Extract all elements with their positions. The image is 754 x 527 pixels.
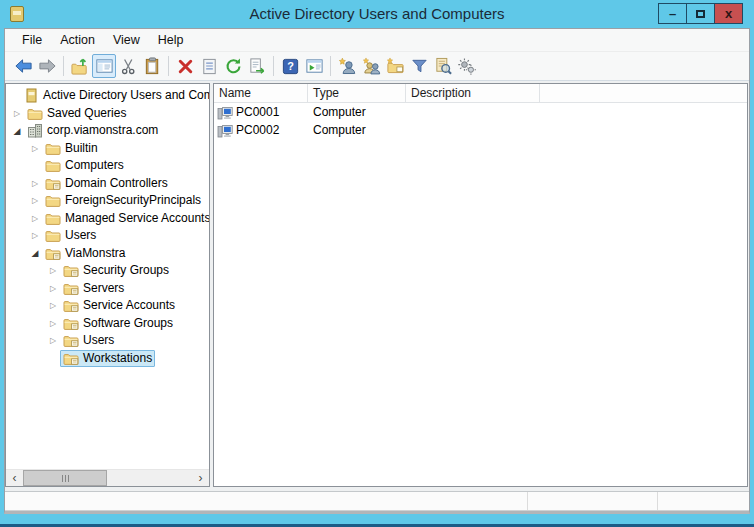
tree-item-servers[interactable]: ▷Servers	[6, 280, 209, 298]
maximize-button[interactable]	[686, 3, 715, 24]
tree-item-domain-controllers[interactable]: ▷Domain Controllers	[6, 175, 209, 193]
tree-item-label: Service Accounts	[83, 298, 175, 313]
find-objects-icon[interactable]	[431, 54, 455, 78]
toolbar-separator	[168, 56, 169, 76]
expander-collapsed-icon[interactable]: ▷	[28, 214, 42, 223]
tree-item-label: Saved Queries	[47, 106, 126, 121]
new-group-icon[interactable]	[359, 54, 383, 78]
tree-item-viamonstra[interactable]: ◢ViaMonstra	[6, 245, 209, 263]
toolbar-separator	[63, 56, 64, 76]
minimize-button[interactable]: –	[658, 3, 687, 24]
column-header-type[interactable]: Type	[308, 84, 406, 102]
horizontal-scrollbar[interactable]: ‹ ›	[6, 469, 209, 486]
tree-item-label: Users	[83, 333, 114, 348]
new-ou-icon[interactable]	[383, 54, 407, 78]
filter-icon[interactable]	[407, 54, 431, 78]
delete-icon[interactable]	[173, 54, 197, 78]
refresh-icon[interactable]	[221, 54, 245, 78]
statusbar-section	[5, 492, 527, 510]
expander-collapsed-icon[interactable]: ▷	[46, 336, 60, 345]
tree-item-users[interactable]: ▷Users	[6, 332, 209, 350]
tree-node: Builtin	[42, 140, 101, 157]
expander-collapsed-icon[interactable]: ▷	[28, 144, 42, 153]
expander-collapsed-icon[interactable]: ▷	[28, 231, 42, 240]
tree-item-label: Security Groups	[83, 263, 169, 278]
menu-file[interactable]: File	[13, 33, 51, 47]
menu-action[interactable]: Action	[51, 33, 104, 47]
new-user-icon[interactable]	[335, 54, 359, 78]
scrollbar-track[interactable]	[23, 470, 192, 486]
back-icon[interactable]	[11, 54, 35, 78]
tree-node: Saved Queries	[24, 105, 129, 122]
cell-name: PC0001	[214, 105, 308, 120]
expander-collapsed-icon[interactable]: ▷	[28, 196, 42, 205]
computer-icon	[217, 123, 233, 138]
tree-item-label: ViaMonstra	[65, 246, 125, 261]
up-one-level-icon[interactable]	[68, 54, 92, 78]
folder-icon	[45, 158, 61, 173]
column-header-name[interactable]: Name	[214, 84, 308, 102]
titlebar[interactable]: Active Directory Users and Computers – x	[0, 0, 754, 28]
show-console-tree-icon[interactable]	[92, 54, 116, 78]
tree-node: Servers	[60, 280, 127, 297]
paste-icon[interactable]	[140, 54, 164, 78]
tree-node: Software Groups	[60, 315, 176, 332]
list-row-pc0001[interactable]: PC0001Computer	[214, 103, 747, 121]
tree-item-foreignsecurityprincipals[interactable]: ▷ForeignSecurityPrincipals	[6, 192, 209, 210]
export-list-icon[interactable]	[245, 54, 269, 78]
column-header-description[interactable]: Description	[406, 84, 540, 102]
expander-collapsed-icon[interactable]: ▷	[10, 109, 24, 118]
thumb-grip-icon	[68, 475, 69, 482]
tree-item-security-groups[interactable]: ▷Security Groups	[6, 262, 209, 280]
menu-help[interactable]: Help	[149, 33, 193, 47]
expander-collapsed-icon[interactable]: ▷	[46, 301, 60, 310]
cell-name: PC0002	[214, 123, 308, 138]
tree-node: Managed Service Accounts	[42, 210, 209, 227]
tree-item-label: corp.viamonstra.com	[47, 123, 158, 138]
statusbar-section	[657, 492, 749, 510]
scrollbar-thumb[interactable]	[23, 470, 107, 486]
properties-icon[interactable]	[197, 54, 221, 78]
expander-collapsed-icon[interactable]: ▷	[46, 319, 60, 328]
ou-icon	[63, 263, 79, 278]
tree-item-builtin[interactable]: ▷Builtin	[6, 140, 209, 158]
expander-collapsed-icon[interactable]: ▷	[46, 266, 60, 275]
expander-collapsed-icon[interactable]: ▷	[46, 284, 60, 293]
window-title: Active Directory Users and Computers	[0, 0, 754, 27]
menu-view[interactable]: View	[104, 33, 149, 47]
expander-expanded-icon[interactable]: ◢	[10, 126, 24, 136]
tree-item-computers[interactable]: Computers	[6, 157, 209, 175]
new-window-icon[interactable]	[302, 54, 326, 78]
tree-item-label: Software Groups	[83, 316, 173, 331]
expander-collapsed-icon[interactable]: ▷	[28, 179, 42, 188]
list-row-pc0002[interactable]: PC0002Computer	[214, 121, 747, 139]
tree-node: ForeignSecurityPrincipals	[42, 192, 204, 209]
cut-icon[interactable]	[116, 54, 140, 78]
ou-icon	[45, 246, 61, 261]
folder-icon	[45, 228, 61, 243]
tree-node: Users	[42, 227, 99, 244]
tree-item-users[interactable]: ▷Users	[6, 227, 209, 245]
tree-item-corp-viamonstra-com[interactable]: ◢corp.viamonstra.com	[6, 122, 209, 140]
tree-item-active-directory-users-and-computers[interactable]: Active Directory Users and Computers	[6, 87, 209, 105]
gears-icon[interactable]	[455, 54, 479, 78]
column-header-filler	[540, 84, 747, 102]
folder-icon	[45, 193, 61, 208]
tree-item-label: ForeignSecurityPrincipals	[65, 193, 201, 208]
toolbar-buttons: ?	[5, 52, 749, 81]
ou-icon	[63, 316, 79, 331]
menubar: FileActionViewHelp	[5, 29, 749, 52]
help-icon[interactable]: ?	[278, 54, 302, 78]
expander-expanded-icon[interactable]: ◢	[28, 248, 42, 258]
tree-item-service-accounts[interactable]: ▷Service Accounts	[6, 297, 209, 315]
tree-item-label: Computers	[65, 158, 124, 173]
scroll-right-arrow-icon[interactable]: ›	[192, 470, 209, 486]
tree-item-managed-service-accounts[interactable]: ▷Managed Service Accounts	[6, 210, 209, 228]
tree-item-label: Users	[65, 228, 96, 243]
forward-icon[interactable]	[35, 54, 59, 78]
tree-item-software-groups[interactable]: ▷Software Groups	[6, 315, 209, 333]
tree-item-saved-queries[interactable]: ▷Saved Queries	[6, 105, 209, 123]
close-button[interactable]: x	[714, 3, 743, 24]
scroll-left-arrow-icon[interactable]: ‹	[6, 470, 23, 486]
tree-item-workstations[interactable]: Workstations	[6, 350, 209, 368]
